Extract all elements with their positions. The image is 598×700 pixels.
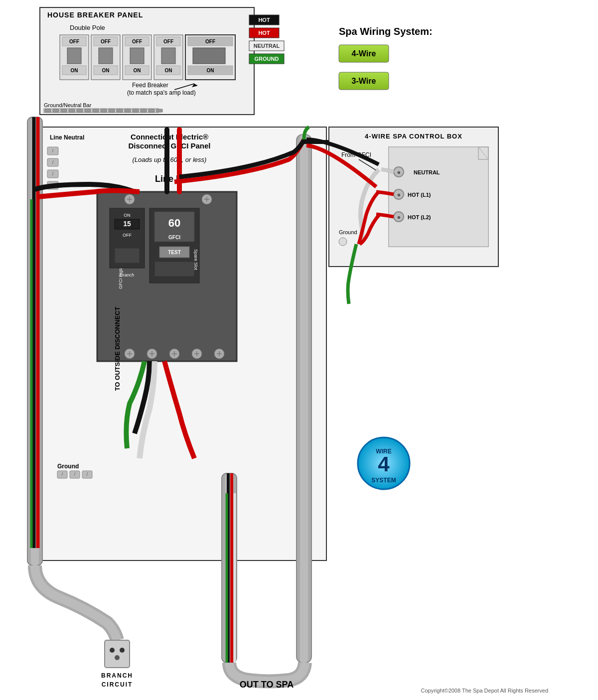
- svg-rect-140: [105, 640, 130, 668]
- svg-text:Copyright©2008 The Spa Depot A: Copyright©2008 The Spa Depot All Rights …: [421, 688, 548, 694]
- svg-text:OFF: OFF: [205, 39, 215, 44]
- svg-point-143: [115, 655, 120, 660]
- svg-text:3-Wire: 3-Wire: [352, 77, 376, 85]
- svg-rect-53: [149, 109, 154, 112]
- svg-rect-139: [300, 135, 308, 663]
- svg-text:Spa Wiring System:: Spa Wiring System:: [339, 26, 433, 37]
- svg-text:Ground: Ground: [57, 463, 79, 470]
- svg-text:GROUND: GROUND: [255, 56, 279, 62]
- svg-text:NEUTRAL: NEUTRAL: [254, 43, 280, 49]
- svg-rect-48: [109, 109, 115, 112]
- svg-rect-40: [45, 109, 51, 112]
- svg-rect-54: [156, 109, 162, 112]
- svg-rect-42: [61, 109, 67, 112]
- svg-text:4-Wire: 4-Wire: [352, 49, 376, 58]
- svg-rect-47: [101, 109, 107, 112]
- svg-point-141: [110, 648, 115, 653]
- svg-text:ON: ON: [134, 68, 141, 73]
- svg-text:OFF: OFF: [123, 233, 132, 238]
- svg-rect-52: [141, 109, 147, 112]
- svg-rect-41: [53, 109, 59, 112]
- svg-text:HOT: HOT: [258, 30, 270, 36]
- svg-text:ON: ON: [165, 68, 172, 73]
- svg-text:Double Pole: Double Pole: [70, 24, 105, 31]
- svg-text:OFF: OFF: [101, 39, 111, 44]
- svg-text:GFCI: GFCI: [168, 235, 180, 240]
- svg-text:(to match spa's amp load): (to match spa's amp load): [127, 89, 196, 96]
- svg-point-142: [120, 648, 125, 653]
- svg-text:⊕: ⊕: [397, 193, 401, 197]
- svg-text:CIRCUIT: CIRCUIT: [102, 681, 133, 688]
- svg-text:HOT: HOT: [258, 17, 270, 23]
- svg-rect-50: [125, 109, 131, 112]
- svg-text:BRANCH: BRANCH: [101, 672, 133, 679]
- svg-text:HOT (L2): HOT (L2): [408, 214, 431, 220]
- svg-text:OFF: OFF: [163, 39, 173, 44]
- svg-text:ON: ON: [124, 213, 131, 218]
- svg-rect-19: [130, 48, 144, 64]
- svg-text:NEUTRAL: NEUTRAL: [414, 169, 440, 175]
- svg-text:OFF: OFF: [132, 39, 142, 44]
- svg-text:OFF: OFF: [69, 39, 79, 44]
- svg-point-154: [339, 238, 347, 246]
- svg-text:TO OUTSIDE DISCONNECT: TO OUTSIDE DISCONNECT: [114, 307, 121, 391]
- svg-text:ON: ON: [207, 68, 214, 73]
- svg-text:Ground: Ground: [339, 229, 357, 235]
- svg-text:Spare Slot: Spare Slot: [193, 249, 198, 271]
- svg-text:Line Neutral: Line Neutral: [50, 134, 84, 141]
- svg-text:HOUSE BREAKER PANEL: HOUSE BREAKER PANEL: [47, 11, 143, 19]
- svg-rect-44: [77, 109, 83, 112]
- svg-text:ON: ON: [102, 68, 110, 73]
- svg-text:Branch: Branch: [120, 273, 135, 278]
- svg-rect-46: [93, 109, 99, 112]
- svg-rect-95: [115, 248, 140, 263]
- svg-text:15: 15: [123, 220, 131, 228]
- svg-rect-7: [67, 48, 81, 64]
- svg-text:TEST: TEST: [168, 250, 181, 255]
- svg-rect-43: [69, 109, 75, 112]
- svg-text:Feed Breaker: Feed Breaker: [132, 82, 168, 89]
- svg-rect-103: [154, 262, 194, 277]
- svg-text:SYSTEM: SYSTEM: [371, 477, 396, 484]
- svg-text:HOT (L1): HOT (L1): [408, 192, 431, 198]
- svg-text:OUT TO SPA: OUT TO SPA: [240, 680, 294, 690]
- svg-rect-13: [99, 48, 113, 64]
- svg-text:4-WIRE SPA CONTROL BOX: 4-WIRE SPA CONTROL BOX: [365, 133, 462, 140]
- svg-rect-31: [193, 48, 225, 64]
- svg-rect-25: [161, 48, 175, 64]
- svg-rect-49: [117, 109, 123, 112]
- svg-rect-51: [133, 109, 139, 112]
- svg-text:Ground/Neutral Bar: Ground/Neutral Bar: [44, 102, 92, 108]
- svg-text:60: 60: [168, 217, 180, 229]
- svg-text:⊕: ⊕: [397, 215, 401, 220]
- svg-rect-45: [85, 109, 91, 112]
- svg-text:⊕: ⊕: [397, 170, 401, 175]
- svg-text:4: 4: [378, 452, 390, 476]
- svg-text:ON: ON: [71, 68, 78, 73]
